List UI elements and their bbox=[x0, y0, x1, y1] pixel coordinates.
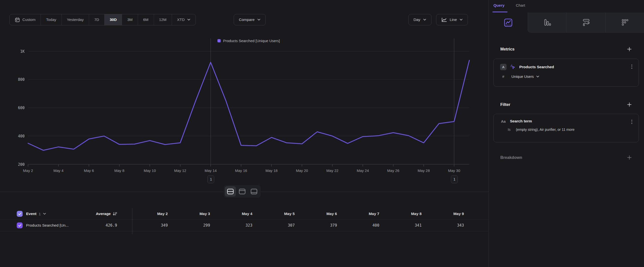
x-axis-tick-label: May 28 bbox=[418, 168, 430, 173]
aggregation-label: Unique Users bbox=[512, 74, 534, 79]
date-column-header: May 7 bbox=[369, 212, 379, 216]
row-checkbox[interactable] bbox=[17, 222, 23, 228]
x-axis-tick-label: May 20 bbox=[296, 168, 308, 173]
date-column-header: May 3 bbox=[200, 212, 210, 216]
date-column-header: May 8 bbox=[411, 212, 422, 216]
event-column-header[interactable]: Event 1 bbox=[26, 212, 75, 216]
filter-card[interactable]: Aa Search term Is (empty string), Air pu… bbox=[494, 114, 639, 142]
column-separator bbox=[132, 208, 132, 234]
compare-button[interactable]: Compare bbox=[234, 14, 266, 25]
table-cell: 307 bbox=[288, 223, 295, 228]
y-axis-tick-label: 600 bbox=[18, 106, 24, 110]
granularity-label: Day bbox=[414, 18, 420, 22]
line-chart-icon bbox=[441, 18, 447, 22]
retention-icon bbox=[621, 19, 629, 26]
metric-letter-badge: A bbox=[500, 64, 506, 70]
metric-card[interactable]: A Products Searched # Unique Users bbox=[494, 59, 639, 87]
layout-switcher bbox=[224, 185, 261, 198]
range-button-12m[interactable]: 12M bbox=[154, 14, 172, 25]
chevron-down-icon bbox=[187, 19, 190, 21]
y-axis-tick-label: 800 bbox=[18, 77, 24, 82]
x-axis-tick-label: May 22 bbox=[326, 168, 338, 173]
x-axis-tick-label: May 26 bbox=[387, 168, 399, 173]
chevron-down-icon bbox=[43, 213, 46, 215]
x-axis-tick-label: May 30 bbox=[448, 168, 460, 173]
range-button-xtd[interactable]: XTD bbox=[172, 14, 196, 25]
bar-chart-icon bbox=[544, 19, 551, 26]
table-cell: 299 bbox=[203, 223, 210, 228]
range-button-30d[interactable]: 30D bbox=[104, 14, 122, 25]
x-axis-tick-label: May 2 bbox=[23, 168, 33, 173]
report-tab-funnels[interactable] bbox=[528, 13, 566, 33]
layout-panel-top-button[interactable] bbox=[237, 186, 248, 196]
x-axis-tick-label: May 14 bbox=[205, 168, 217, 173]
layout-split-horizontal-button[interactable] bbox=[225, 186, 236, 196]
table-cell: 379 bbox=[330, 223, 337, 228]
range-button-today[interactable]: Today bbox=[40, 14, 61, 25]
filter-value[interactable]: (empty string), Air purifier, or 11 more bbox=[516, 128, 574, 132]
date-column-header: May 4 bbox=[242, 212, 252, 216]
chart-type-dropdown[interactable]: Line bbox=[436, 14, 468, 25]
filter-options-button[interactable] bbox=[632, 120, 632, 124]
y-axis-tick-label: 1K bbox=[20, 49, 24, 54]
table-cell: 341 bbox=[415, 223, 422, 228]
aggregation-prefix: # bbox=[500, 74, 506, 79]
range-button-6m[interactable]: 6M bbox=[138, 14, 154, 25]
x-axis-tick-label: May 24 bbox=[357, 168, 369, 173]
select-all-checkbox[interactable] bbox=[17, 211, 23, 217]
date-range-selector: CustomTodayYesterday7D30D3M6M12MXTD bbox=[9, 14, 196, 25]
add-metric-icon[interactable] bbox=[627, 47, 632, 52]
x-axis-tick-label: May 12 bbox=[174, 168, 186, 173]
report-tab-insights[interactable] bbox=[489, 13, 528, 33]
flows-icon bbox=[582, 19, 590, 26]
tab-query[interactable]: Query bbox=[494, 3, 504, 8]
report-tab-retention[interactable] bbox=[606, 13, 644, 33]
granularity-dropdown[interactable]: Day bbox=[408, 14, 432, 25]
event-count: 1 bbox=[38, 212, 40, 216]
chevron-down-icon bbox=[257, 19, 260, 21]
chart-type-label: Line bbox=[450, 18, 457, 22]
split-horizontal-icon bbox=[227, 189, 234, 194]
report-tab-flows[interactable] bbox=[566, 13, 606, 33]
tab-chart[interactable]: Chart bbox=[516, 3, 525, 8]
table-cell: 400 bbox=[372, 223, 379, 228]
aggregation-dropdown[interactable]: Unique Users bbox=[512, 74, 539, 79]
table-cell: 323 bbox=[246, 223, 252, 228]
annotation-badge[interactable]: 1 bbox=[207, 175, 214, 183]
app-root: CustomTodayYesterday7D30D3M6M12MXTD Comp… bbox=[0, 0, 644, 267]
table-cell: 349 bbox=[161, 223, 168, 228]
date-column-header: May 5 bbox=[284, 212, 295, 216]
series-name: Products Searched [Un... bbox=[26, 223, 69, 228]
report-type-tabs bbox=[489, 13, 644, 33]
table-data-row[interactable]: Products Searched [Un... 426.9 349299323… bbox=[0, 220, 488, 231]
chevron-down-icon bbox=[460, 19, 463, 21]
y-axis-tick-label: 200 bbox=[18, 162, 24, 167]
date-column-header: May 2 bbox=[157, 212, 168, 216]
metric-options-button[interactable] bbox=[632, 65, 632, 69]
chevron-down-icon bbox=[536, 76, 539, 78]
x-axis-tick-label: May 18 bbox=[266, 168, 278, 173]
line-chart: 1K800600400200May 2May 4May 6May 8May 10… bbox=[0, 37, 488, 175]
add-filter-icon[interactable] bbox=[627, 102, 632, 107]
filter-property-name: Search term bbox=[510, 119, 532, 123]
table-header-row: Event 1 Average May 2May 3May 4May 5May … bbox=[0, 208, 488, 220]
range-button-3m[interactable]: 3M bbox=[122, 14, 138, 25]
range-button-7d[interactable]: 7D bbox=[89, 14, 104, 25]
x-axis-tick-label: May 16 bbox=[235, 168, 247, 173]
layout-panel-bottom-button[interactable] bbox=[248, 186, 260, 196]
date-column-header: May 6 bbox=[326, 212, 337, 216]
x-axis-tick-label: May 10 bbox=[144, 168, 156, 173]
event-cursor-icon bbox=[510, 64, 516, 70]
date-column-header: May 9 bbox=[453, 212, 464, 216]
average-column-header[interactable]: Average bbox=[96, 212, 117, 216]
calendar-icon bbox=[15, 17, 20, 23]
panel-bottom-icon bbox=[251, 189, 257, 194]
range-button-yesterday[interactable]: Yesterday bbox=[62, 14, 89, 25]
breakdown-section-header: Breakdown bbox=[500, 155, 632, 160]
annotation-badge[interactable]: 1 bbox=[451, 175, 458, 183]
compare-label: Compare bbox=[239, 18, 254, 22]
check-icon bbox=[18, 224, 22, 227]
range-button-custom[interactable]: Custom bbox=[10, 14, 40, 25]
breakdown-heading: Breakdown bbox=[500, 155, 522, 160]
add-breakdown-icon[interactable] bbox=[627, 155, 632, 160]
